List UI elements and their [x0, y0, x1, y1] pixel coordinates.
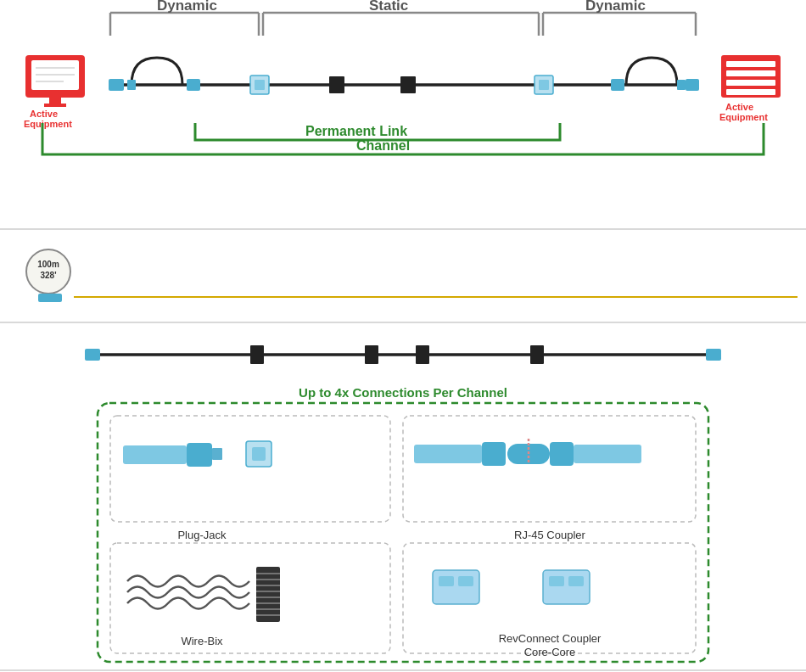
label-equipment-right: Equipment [719, 112, 768, 122]
svg-rect-53 [403, 416, 696, 522]
svg-rect-19 [611, 79, 624, 91]
label-channel: Channel [356, 138, 410, 153]
svg-rect-60 [110, 543, 390, 653]
svg-rect-76 [568, 576, 584, 586]
svg-rect-52 [212, 448, 222, 460]
svg-rect-17 [535, 76, 553, 94]
label-dynamic-right: Dynamic [585, 0, 646, 14]
label-active-equipment-right: Active [725, 102, 753, 112]
svg-rect-45 [706, 349, 721, 361]
label-revconnect: RevConnect Coupler [499, 632, 602, 645]
svg-rect-14 [255, 80, 265, 90]
svg-rect-58 [550, 442, 574, 466]
svg-rect-32 [726, 80, 775, 86]
label-corecore: Core-Core [524, 646, 576, 658]
svg-rect-54 [414, 445, 482, 463]
connections-title: Up to 4x Connections Per Channel [299, 385, 507, 400]
svg-rect-40 [85, 349, 100, 361]
svg-rect-12 [127, 80, 136, 90]
label-rj45-coupler: RJ-45 Coupler [514, 529, 585, 541]
svg-rect-48 [123, 445, 187, 464]
svg-rect-74 [543, 570, 590, 604]
label-dynamic-left: Dynamic [157, 0, 217, 14]
svg-rect-70 [403, 543, 696, 653]
svg-rect-30 [726, 61, 775, 67]
svg-rect-61 [256, 567, 280, 622]
svg-rect-75 [549, 576, 564, 586]
svg-rect-49 [187, 443, 212, 467]
svg-rect-25 [44, 104, 66, 107]
svg-rect-20 [677, 80, 686, 90]
label-equipment-left: Equipment [24, 119, 72, 129]
svg-rect-10 [109, 79, 124, 91]
svg-rect-72 [439, 576, 454, 586]
svg-rect-33 [726, 89, 775, 95]
svg-rect-55 [482, 442, 506, 466]
label-static: Static [369, 0, 408, 14]
svg-rect-36 [38, 294, 62, 302]
label-328ft: 328' [40, 271, 56, 280]
svg-rect-29 [721, 55, 781, 98]
label-active-equipment-left: Active [30, 109, 58, 119]
label-permanent-link: Permanent Link [305, 124, 407, 138]
svg-rect-43 [416, 345, 429, 364]
svg-rect-41 [250, 345, 264, 364]
svg-rect-18 [539, 80, 549, 90]
svg-rect-51 [252, 447, 266, 461]
svg-rect-73 [458, 576, 473, 586]
svg-rect-42 [365, 345, 378, 364]
svg-rect-50 [246, 441, 271, 467]
label-100m: 100m [37, 260, 59, 269]
svg-rect-59 [574, 445, 641, 463]
svg-rect-44 [530, 345, 544, 364]
svg-rect-11 [187, 79, 200, 91]
label-wire-bix: Wire-Bix [181, 635, 223, 647]
label-plug-jack: Plug-Jack [177, 529, 227, 541]
svg-rect-71 [433, 570, 479, 604]
svg-rect-46 [98, 403, 708, 662]
svg-point-35 [26, 249, 70, 294]
svg-rect-31 [726, 70, 775, 76]
svg-rect-23 [31, 60, 79, 90]
svg-rect-24 [49, 98, 61, 104]
svg-rect-16 [400, 76, 416, 93]
svg-rect-13 [250, 76, 269, 94]
svg-rect-56 [507, 444, 550, 464]
svg-rect-15 [329, 76, 344, 93]
svg-rect-21 [686, 79, 699, 91]
svg-rect-47 [110, 416, 390, 522]
svg-rect-22 [25, 55, 85, 98]
